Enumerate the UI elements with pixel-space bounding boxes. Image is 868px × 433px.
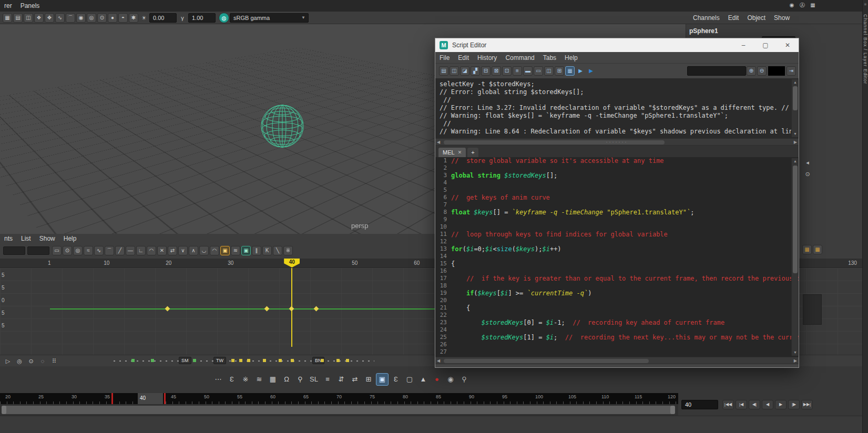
clamped-tangent-icon[interactable]: ⌒ <box>105 246 114 255</box>
anim-curve[interactable] <box>50 308 435 310</box>
search-prev-icon[interactable]: ⊖ <box>757 66 767 76</box>
object-mode-icon[interactable]: ◫ <box>24 13 33 23</box>
file-save-icon[interactable]: ◫ <box>450 66 459 76</box>
scroll-right-arrow[interactable]: ▶ <box>794 358 797 364</box>
script-history-pane[interactable]: selectKey -t $storedKeys;// Error: globa… <box>435 78 799 138</box>
key-mark-yellow[interactable] <box>263 359 266 362</box>
break-tangents-icon[interactable]: ∨ <box>178 246 188 255</box>
file-open-icon[interactable]: ▤ <box>439 66 448 76</box>
ge-stat-field-2[interactable] <box>27 246 49 255</box>
stack-order-icon[interactable]: ⇵ <box>335 373 348 386</box>
plateau-tangent-icon[interactable]: ◠ <box>147 246 156 255</box>
key-mark-yellow[interactable] <box>321 359 324 362</box>
ge-stat-field-1[interactable] <box>3 246 25 255</box>
search-input[interactable] <box>687 66 746 76</box>
auto-tangent-icon[interactable]: ▣ <box>220 246 230 255</box>
graph-editor-menu-help[interactable]: Help <box>59 234 81 243</box>
make-live-icon[interactable]: ◎ <box>87 13 96 23</box>
resample-keys-icon[interactable]: ※ <box>239 373 252 386</box>
graph-editor-menu-list[interactable]: List <box>17 234 35 243</box>
pane-splitter-grip[interactable]: ······· <box>435 139 799 146</box>
key-mark-green[interactable] <box>193 359 196 362</box>
stack-trace-icon[interactable]: ⊞ <box>555 66 564 76</box>
selection-mask-icon[interactable]: ▦ <box>3 13 12 23</box>
script-editor-menu-help[interactable]: Help <box>560 53 582 63</box>
snap-view-icon[interactable]: ◉ <box>76 13 86 23</box>
scroll-left-arrow[interactable]: ◀ <box>437 358 440 364</box>
channel-box-side-tab[interactable]: Channel Box / Layer Editor <box>863 14 868 85</box>
key-mark-green[interactable] <box>151 359 154 362</box>
frame-all-icon[interactable]: ▢ <box>403 373 416 386</box>
main-menu-panels[interactable]: Panels <box>16 1 44 11</box>
current-frame-marker[interactable]: 40 <box>284 259 300 267</box>
scroll-down-arrow[interactable]: ▼ <box>792 349 799 356</box>
play-backwards-button[interactable]: ◀ <box>762 400 773 409</box>
play-forwards-button[interactable]: ▶ <box>775 400 787 409</box>
loop-icon[interactable]: ◎ <box>14 356 25 366</box>
search-next-icon[interactable]: ⊕ <box>747 66 756 76</box>
omega-tool-icon[interactable]: Ω <box>280 373 293 386</box>
key-mark-yellow[interactable] <box>336 359 340 362</box>
construction-history-icon[interactable]: ⊙ <box>97 13 107 23</box>
history-horizontal-scrollbar[interactable]: ◀ ······· ▶ <box>435 138 799 146</box>
minimize-button[interactable]: – <box>732 38 754 52</box>
world-icon[interactable]: ◉ <box>444 373 457 386</box>
flat-tangent-icon[interactable]: — <box>126 246 135 255</box>
sphere-wireframe[interactable] <box>253 100 311 154</box>
show-both-panes-icon[interactable]: ◫ <box>544 66 554 76</box>
keyframe-tick[interactable] <box>164 393 166 404</box>
sidebar-menu-icon[interactable]: ≡ <box>863 0 868 7</box>
script-editor-titlebar[interactable]: M Script Editor –▢✕ <box>435 38 799 52</box>
keyframe-diamond[interactable] <box>314 306 319 312</box>
pin-channel-icon[interactable]: K <box>262 246 272 255</box>
dots-grid-icon[interactable]: ⠿ <box>49 356 59 366</box>
scroll-right-arrow[interactable]: ▶ <box>794 139 797 146</box>
scroll-up-arrow[interactable]: ▲ <box>792 79 799 86</box>
pre-infinity-icon[interactable]: ╲ <box>273 246 282 255</box>
history-scroll-thumb[interactable] <box>793 86 798 110</box>
render-settings-icon[interactable]: ✱ <box>129 13 138 23</box>
channel-box-menu-edit[interactable]: Edit <box>724 13 743 23</box>
script-editor-menu-history[interactable]: History <box>473 53 501 63</box>
script-editor-menu-file[interactable]: File <box>435 53 454 63</box>
spline-tangent-icon[interactable]: ∿ <box>94 246 104 255</box>
history-vertical-scrollbar[interactable]: ▲ ▼ <box>791 79 798 137</box>
clear-all-icon[interactable]: ⊡ <box>502 66 512 76</box>
exposure-field[interactable]: 0.00 <box>149 13 177 23</box>
show-history-pane-icon[interactable]: ▭ <box>534 66 543 76</box>
graph-editor-menu-show[interactable]: Show <box>35 234 59 243</box>
step-tangent-icon[interactable]: ∟ <box>136 246 146 255</box>
align-keys-icon[interactable]: ≡ <box>321 373 334 386</box>
script-editor-menu-command[interactable]: Command <box>501 53 538 63</box>
keyframe-diamond[interactable] <box>289 306 294 312</box>
lattice-deform-icon[interactable]: ≈ <box>84 246 93 255</box>
euler-filter-icon[interactable]: Ɛ <box>226 373 238 386</box>
hierarchy-mode-icon[interactable]: ▤ <box>13 13 23 23</box>
flag-key-icon[interactable]: ▲ <box>417 373 430 386</box>
line-numbers-toggle-icon[interactable]: ▦ <box>565 66 575 76</box>
snap-curve-icon[interactable]: ∿ <box>55 13 65 23</box>
key-mark-yellow[interactable] <box>239 359 242 362</box>
grid-snap-icon[interactable]: ⊞ <box>362 373 375 386</box>
keyframe-tick[interactable] <box>111 393 113 404</box>
step-forward-key-button[interactable]: |▶ <box>788 400 800 409</box>
character-controls-icon[interactable]: ◉ <box>787 1 796 10</box>
channel-speed-icon[interactable]: ◂ <box>802 157 813 168</box>
buffer-snapshot-icon[interactable]: ✕ <box>157 246 167 255</box>
key-mark-yellow[interactable] <box>346 359 349 362</box>
graph-editor-menu-nts[interactable]: nts <box>0 234 17 243</box>
range-start-handle[interactable] <box>2 406 6 414</box>
track-chip-sm[interactable]: SM <box>179 357 191 364</box>
echo-commands-icon[interactable]: ≡ <box>513 66 522 76</box>
range-slider-bar[interactable] <box>2 406 675 414</box>
execute-all-icon[interactable]: ▶ <box>576 66 585 76</box>
save-to-shelf-icon[interactable]: ▞ <box>471 66 480 76</box>
move-nearest-icon[interactable]: ▭ <box>52 246 62 255</box>
dope-grid-icon[interactable]: ▦ <box>267 373 279 386</box>
code-vertical-scrollbar[interactable]: ▲ ▼ <box>791 158 798 356</box>
view-transform-dropdown[interactable]: sRGB gamma ▼ <box>230 13 309 23</box>
unify-tangents-icon[interactable]: ∧ <box>189 246 198 255</box>
script-editor-menu-tabs[interactable]: Tabs <box>539 53 560 63</box>
euler-icon[interactable]: Ɛ <box>390 373 402 386</box>
tab--[interactable]: + <box>467 148 478 157</box>
